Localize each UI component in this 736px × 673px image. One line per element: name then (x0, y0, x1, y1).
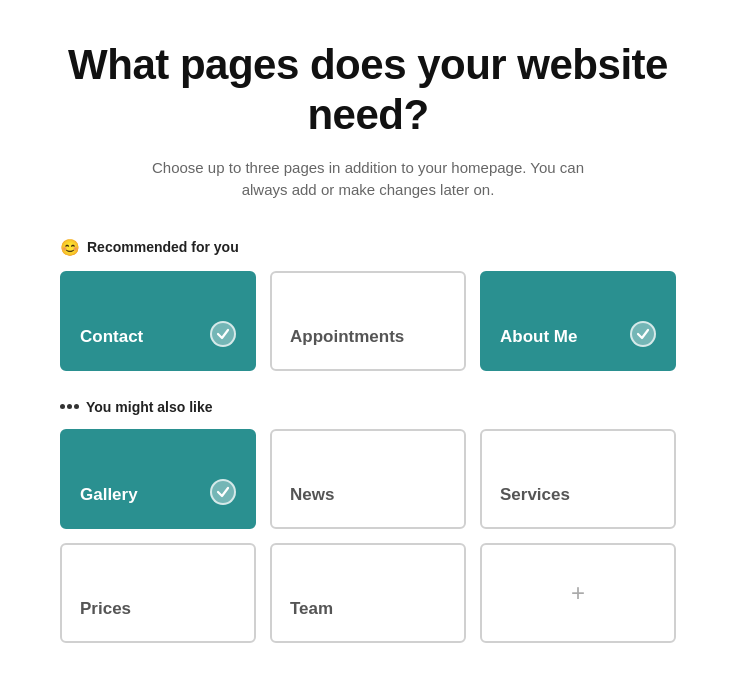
card-gallery[interactable]: Gallery (60, 429, 256, 529)
card-appointments[interactable]: Appointments (270, 271, 466, 371)
recommended-label-text: Recommended for you (87, 239, 239, 255)
recommended-icon: 😊 (60, 238, 80, 257)
recommended-label: 😊 Recommended for you (60, 238, 676, 257)
also-like-label-text: You might also like (86, 399, 213, 415)
add-page-icon: + (571, 579, 585, 607)
page-title: What pages does your website need? (60, 40, 676, 141)
card-about-me[interactable]: About Me (480, 271, 676, 371)
card-label-prices: Prices (80, 599, 131, 619)
check-icon-about-me (630, 321, 656, 347)
card-team[interactable]: Team (270, 543, 466, 643)
card-label-news: News (290, 485, 334, 505)
recommended-cards-grid: ContactAppointmentsAbout Me (60, 271, 676, 371)
card-prices[interactable]: Prices (60, 543, 256, 643)
card-label-contact: Contact (80, 327, 143, 347)
card-services[interactable]: Services (480, 429, 676, 529)
recommended-section: 😊 Recommended for you ContactAppointment… (60, 238, 676, 371)
also-like-cards-grid: GalleryNewsServicesPricesTeam+ (60, 429, 676, 643)
page-subtitle: Choose up to three pages in addition to … (148, 157, 588, 202)
also-like-section: You might also like GalleryNewsServicesP… (60, 399, 676, 643)
card-add[interactable]: + (480, 543, 676, 643)
card-contact[interactable]: Contact (60, 271, 256, 371)
check-icon-contact (210, 321, 236, 347)
card-label-gallery: Gallery (80, 485, 138, 505)
dots-icon (60, 404, 79, 409)
card-label-services: Services (500, 485, 570, 505)
card-label-about-me: About Me (500, 327, 577, 347)
card-label-team: Team (290, 599, 333, 619)
also-like-label: You might also like (60, 399, 676, 415)
page-header: What pages does your website need? Choos… (60, 40, 676, 202)
card-label-appointments: Appointments (290, 327, 404, 347)
card-news[interactable]: News (270, 429, 466, 529)
check-icon-gallery (210, 479, 236, 505)
